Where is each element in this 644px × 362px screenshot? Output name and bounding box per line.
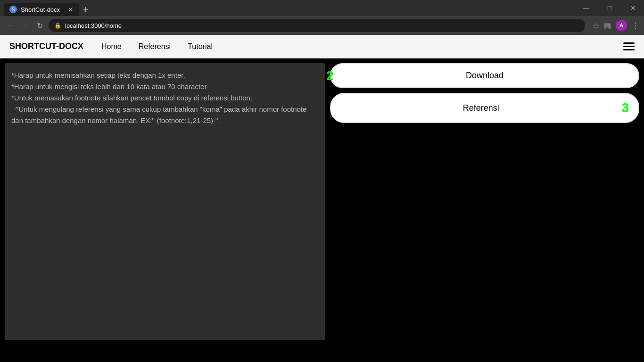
app-main: *Harap untuk memisahkan setiap teks deng…: [0, 58, 644, 345]
download-button[interactable]: 2 Download: [330, 63, 639, 88]
menu-icon[interactable]: ⋮: [632, 21, 639, 30]
app-navbar: SHORTCUT-DOCX Home Referensi Tutorial: [0, 35, 644, 58]
address-bar[interactable]: 🔒 localhost:3000/home: [49, 19, 585, 32]
tab-title: ShortCut-docx: [21, 6, 60, 13]
hamburger-line-1: [623, 42, 635, 44]
tab-close-button[interactable]: ✕: [68, 6, 74, 13]
window-controls: — □ ✕: [575, 0, 644, 16]
download-number: 2: [326, 68, 334, 83]
nav-referensi[interactable]: Referensi: [135, 41, 174, 53]
hamburger-menu[interactable]: [623, 42, 635, 50]
nav-tutorial[interactable]: Tutorial: [184, 41, 216, 53]
close-button[interactable]: ✕: [622, 0, 644, 16]
browser-chrome: S ShortCut-docx ✕ + — □ ✕ ← → ↻ 🔒 localh…: [0, 0, 644, 35]
app-brand: SHORTCUT-DOCX: [9, 41, 83, 51]
browser-actions: ☆ ▦ A ⋮: [593, 20, 639, 31]
nav-home[interactable]: Home: [98, 41, 125, 53]
textarea-container: *Harap untuk memisahkan setiap teks deng…: [5, 63, 325, 340]
bookmark-icon[interactable]: ☆: [593, 21, 599, 30]
back-button[interactable]: ←: [5, 19, 16, 32]
address-bar-row: ← → ↻ 🔒 localhost:3000/home ☆ ▦ A ⋮: [0, 16, 644, 35]
extension-icon[interactable]: ▦: [604, 21, 611, 30]
nav-links: Home Referensi Tutorial: [98, 41, 623, 53]
hamburger-line-2: [623, 46, 635, 47]
active-tab[interactable]: S ShortCut-docx ✕: [4, 3, 79, 16]
hamburger-line-3: [623, 49, 635, 50]
right-panel: 2 Download Referensi 3: [330, 63, 639, 340]
tab-bar: S ShortCut-docx ✕ + — □ ✕: [0, 0, 644, 16]
referensi-label: Referensi: [340, 103, 621, 113]
profile-button[interactable]: A: [616, 20, 627, 31]
referensi-number: 3: [621, 100, 629, 115]
minimize-button[interactable]: —: [575, 0, 597, 16]
tab-favicon: S: [9, 6, 17, 13]
referensi-button[interactable]: Referensi 3: [330, 93, 639, 123]
maximize-button[interactable]: □: [599, 0, 620, 16]
reload-button[interactable]: ↻: [35, 19, 45, 32]
url-text: localhost:3000/home: [65, 22, 122, 29]
download-label: Download: [340, 71, 629, 81]
lock-icon: 🔒: [54, 22, 61, 29]
new-tab-button[interactable]: +: [79, 3, 92, 16]
forward-button[interactable]: →: [20, 19, 31, 32]
main-textarea[interactable]: *Harap untuk memisahkan setiap teks deng…: [5, 63, 325, 340]
